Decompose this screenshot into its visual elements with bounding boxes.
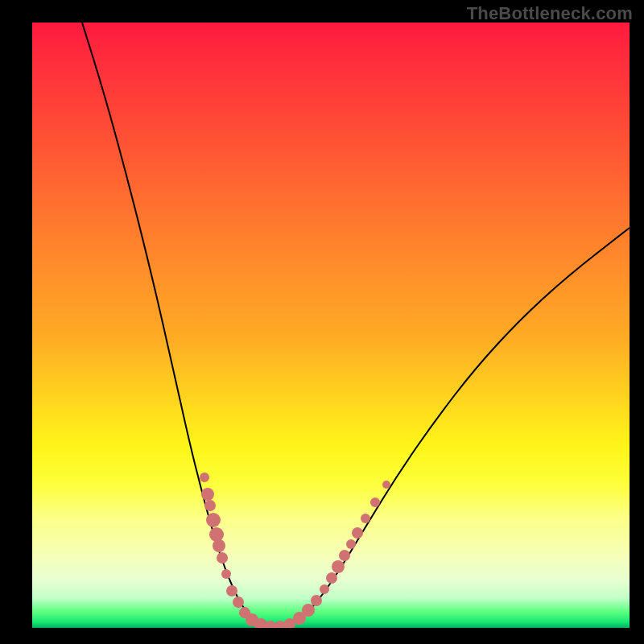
marker-dot <box>213 539 225 552</box>
marker-dot <box>352 527 363 539</box>
marker-dot <box>320 584 329 594</box>
marker-dot <box>382 481 390 489</box>
curve-svg <box>32 23 630 628</box>
marker-dot <box>275 621 286 628</box>
marker-dot <box>332 560 345 573</box>
marker-dot <box>226 585 237 597</box>
marker-dot <box>302 604 315 617</box>
marker-dot <box>200 473 209 482</box>
marker-dot <box>361 514 370 523</box>
marker-dot <box>217 552 228 564</box>
marker-dot <box>201 488 214 501</box>
marker-dot <box>204 500 216 511</box>
marker-dot <box>209 527 224 542</box>
marker-dot <box>311 595 322 606</box>
marker-dot <box>346 539 356 549</box>
marker-dot <box>221 569 231 579</box>
marker-dot <box>339 550 350 561</box>
plot-area <box>32 23 630 628</box>
marker-group <box>200 473 390 628</box>
marker-dot <box>326 572 337 584</box>
marker-dot <box>206 513 221 527</box>
watermark-label: TheBottleneck.com <box>467 3 633 24</box>
marker-dot <box>233 597 244 608</box>
marker-dot <box>370 497 380 507</box>
chart-frame: TheBottleneck.com <box>0 0 644 644</box>
